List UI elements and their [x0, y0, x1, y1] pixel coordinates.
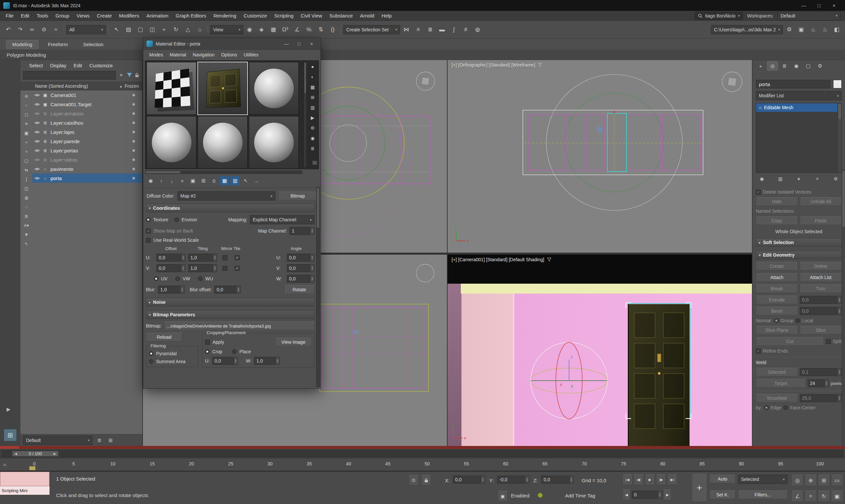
frozen-toggle[interactable]: ∗ — [125, 138, 142, 144]
weld-target-button[interactable]: Target — [756, 379, 806, 388]
display-groups-icon[interactable]: ▢ — [22, 157, 31, 165]
eye-icon[interactable] — [34, 130, 40, 134]
row-layer-caixilhos[interactable]: ≣ Layer:caixilhos ∗ — [32, 118, 142, 127]
maximize-button[interactable]: □ — [811, 0, 827, 11]
sample-slot-sphere[interactable] — [249, 116, 299, 169]
show-end-result-stack-icon[interactable]: ▥ — [776, 175, 785, 183]
display-bones-icon[interactable]: ∫ — [22, 176, 31, 183]
environ-radio[interactable] — [174, 217, 179, 222]
use-real-world-scale-checkbox[interactable] — [146, 238, 151, 243]
display-none-icon[interactable]: ⊘ — [22, 92, 31, 100]
reference-coordinate-dropdown[interactable]: View — [210, 25, 243, 34]
assign-material-to-selection-icon[interactable]: ↓ — [167, 176, 177, 185]
current-frame-field[interactable]: 0 — [632, 491, 662, 499]
timeline-ruler[interactable]: ≈ 05101520253035404550556065707580859095… — [0, 458, 845, 471]
workspaces-dropdown[interactable]: Default — [778, 11, 840, 20]
frame-tick-label[interactable]: 90 — [735, 461, 747, 466]
eye-icon[interactable] — [34, 93, 40, 97]
window-grid-icon[interactable]: ⊞ — [4, 429, 17, 441]
delete-button[interactable]: Delete — [800, 262, 842, 270]
u-tile-checkbox[interactable] — [235, 255, 240, 260]
extrude-button[interactable]: Extrude — [756, 295, 798, 304]
align-icon[interactable]: ≡ — [412, 24, 424, 35]
current-frame-marker[interactable] — [29, 466, 36, 470]
hierarchy-tab-icon[interactable]: ≣ — [779, 61, 790, 71]
scene-explorer-menu[interactable]: Select — [26, 62, 46, 69]
pyramidal-radio[interactable] — [149, 351, 154, 356]
frozen-toggle[interactable]: ∗ — [125, 101, 142, 107]
zoom-all-icon[interactable]: ⊕ — [805, 475, 816, 486]
render-iterative-icon[interactable]: ♨ — [819, 24, 830, 35]
display-xrefs-icon[interactable]: ⇆ — [22, 166, 31, 174]
frozen-toggle[interactable]: ∗ — [125, 166, 142, 172]
texture-radio[interactable] — [146, 217, 151, 222]
open-in-viewport-icon[interactable]: ◧ — [831, 24, 842, 35]
modifier-list-dropdown[interactable]: Modifier List — [756, 91, 842, 100]
display-spacewarps-icon[interactable]: ≈ — [22, 148, 31, 155]
delete-isolated-vertices-checkbox[interactable] — [756, 190, 761, 195]
close-button[interactable]: × — [827, 0, 842, 11]
display-shapes-icon[interactable]: ○ — [22, 102, 31, 109]
explorer-default-dropdown[interactable]: Default — [23, 436, 92, 445]
attach-list-button[interactable]: Attach List — [800, 273, 842, 282]
map-type-button[interactable]: Bitmap — [278, 192, 317, 200]
make-preview-icon[interactable]: ▶ — [308, 113, 317, 122]
material-options-icon[interactable]: ⚙ — [308, 124, 317, 132]
weld-target-spinner[interactable]: 24 — [808, 379, 829, 387]
u-tiling-spinner[interactable]: 1,0 — [188, 254, 217, 262]
frame-tick-label[interactable]: 40 — [342, 461, 354, 466]
named-selection-set-combo[interactable]: Create Selection Set — [343, 25, 400, 34]
show-map-on-back-checkbox[interactable] — [146, 229, 151, 234]
material-editor-menu[interactable]: Modes — [146, 52, 166, 57]
row-pavimento[interactable]: ○ pavimento ∗ — [32, 164, 142, 174]
u-offset-spinner[interactable]: 0,0 — [156, 254, 186, 262]
render-production-icon[interactable]: ♨ — [807, 24, 818, 35]
tab-freeform[interactable]: Freeform — [42, 40, 74, 49]
maxscript-listener-line[interactable]: Scripting Mini — [0, 486, 50, 495]
eye-icon[interactable] — [34, 121, 40, 125]
menu-item[interactable]: Views — [73, 11, 93, 20]
go-to-start-button[interactable]: |◀ — [622, 474, 632, 485]
key-filters-button[interactable]: Filters... — [738, 490, 788, 499]
redo-icon[interactable]: ↷ — [15, 24, 26, 35]
display-cameras-icon[interactable]: ▣ — [22, 129, 31, 137]
eye-icon[interactable] — [34, 140, 40, 143]
row-layer-portas[interactable]: ≣ Layer:portas ∗ — [32, 146, 142, 155]
frame-tick-label[interactable]: 30 — [264, 461, 276, 466]
orbit-icon[interactable]: ↻ — [818, 490, 830, 502]
rollout-bitmap-parameters[interactable]: ▾ Bitmap Parameters — [146, 310, 315, 319]
eye-icon[interactable] — [34, 149, 40, 152]
sample-uv-tiling-icon[interactable]: ⊞ — [308, 93, 317, 101]
bevel-spinner[interactable]: 0,0 — [800, 307, 842, 315]
toggle-ribbon-icon[interactable]: ▬ — [436, 24, 447, 35]
create-button[interactable]: Create — [756, 262, 798, 270]
search-input[interactable] — [23, 71, 116, 79]
minimize-button[interactable]: — — [281, 40, 292, 48]
explorer-column-header[interactable]: Name (Sorted Ascending) ▲ Frozen — [20, 82, 142, 90]
reset-map-icon[interactable]: × — [178, 176, 187, 185]
selection-filter-dropdown[interactable]: All — [66, 25, 106, 34]
maximize-button[interactable]: □ — [294, 40, 305, 48]
reload-button[interactable]: Reload — [146, 333, 182, 341]
summed-area-radio[interactable] — [149, 359, 154, 364]
set-keys-button[interactable]: + — [692, 474, 707, 502]
motion-tab-icon[interactable]: ◉ — [791, 61, 802, 71]
menu-item[interactable]: Customize — [240, 11, 271, 20]
named-selection-sets-icon[interactable]: {} — [327, 24, 338, 35]
modify-tab-icon[interactable]: ◎ — [767, 61, 778, 71]
w-angle-spinner[interactable]: 0,0 — [287, 275, 315, 283]
menu-item[interactable]: Civil View — [297, 11, 326, 20]
sample-slot-sphere[interactable] — [146, 116, 196, 169]
show-end-result-icon[interactable]: ▥ — [230, 176, 240, 185]
object-color-swatch[interactable] — [833, 80, 842, 88]
make-unique-icon[interactable]: ∗ — [794, 175, 804, 183]
row-layer-lajes[interactable]: ≣ Layer:lajes ∗ — [32, 127, 142, 137]
sample-type-sphere-icon[interactable]: ● — [308, 62, 317, 71]
key-step-back-button[interactable]: ◀ — [622, 489, 631, 500]
go-forward-to-sibling-icon[interactable]: → — [251, 176, 261, 185]
material-map-navigator-icon[interactable]: ≣ — [308, 144, 317, 152]
select-object-icon[interactable]: ↖ — [111, 24, 122, 35]
material-id-channel-icon[interactable]: 0 — [209, 176, 219, 185]
frame-tick-label[interactable]: 70 — [578, 461, 590, 466]
stack-item-bulb-icon[interactable]: ○ — [759, 105, 761, 110]
